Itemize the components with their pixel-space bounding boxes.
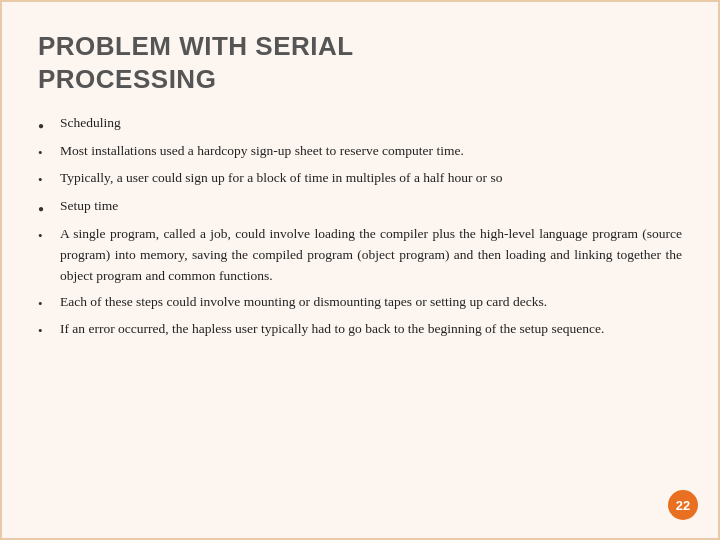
bullet-text-6: If an error occurred, the hapless user t… (60, 319, 682, 340)
bullet-text-1: Most installations used a hardcopy sign-… (60, 141, 682, 162)
bullet-text-3: Setup time (60, 196, 682, 217)
bullet-marker-0: ● (38, 113, 60, 136)
bullet-item-0: ●Scheduling (38, 113, 682, 136)
bullet-marker-4: • (38, 224, 60, 247)
slide: PROBLEM WITH SERIAL PROCESSING ●Scheduli… (0, 0, 720, 540)
bullet-item-3: ●Setup time (38, 196, 682, 219)
bullet-item-4: •A single program, called a job, could i… (38, 224, 682, 287)
bullet-item-1: •Most installations used a hardcopy sign… (38, 141, 682, 164)
bullet-text-2: Typically, a user could sign up for a bl… (60, 168, 682, 189)
bullet-marker-2: • (38, 168, 60, 191)
bullet-marker-3: ● (38, 196, 60, 219)
bullet-text-0: Scheduling (60, 113, 682, 134)
bullet-item-5: • Each of these steps could involve moun… (38, 292, 682, 315)
slide-title: PROBLEM WITH SERIAL PROCESSING (38, 30, 682, 95)
bullet-marker-5: • (38, 292, 60, 315)
bullet-item-2: • Typically, a user could sign up for a … (38, 168, 682, 191)
slide-content: ●Scheduling•Most installations used a ha… (38, 113, 682, 342)
bullet-text-4: A single program, called a job, could in… (60, 224, 682, 287)
bullet-text-5: Each of these steps could involve mounti… (60, 292, 682, 313)
bullet-marker-1: • (38, 141, 60, 164)
bullet-item-6: • If an error occurred, the hapless user… (38, 319, 682, 342)
page-badge: 22 (668, 490, 698, 520)
bullet-marker-6: • (38, 319, 60, 342)
